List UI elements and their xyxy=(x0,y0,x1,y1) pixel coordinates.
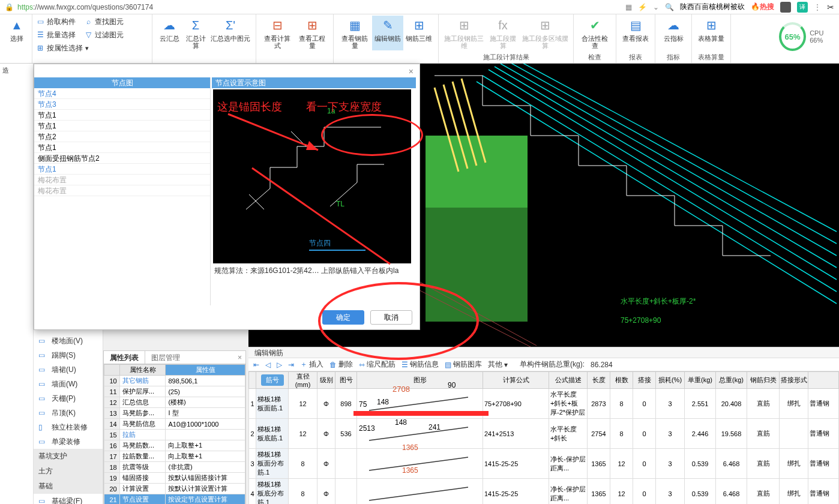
nav-first[interactable]: ⇤ xyxy=(253,361,259,369)
ceiling-icon: ▭ xyxy=(38,394,48,403)
view-rebar-button[interactable]: ▦查看钢筋量 xyxy=(337,16,372,50)
node-row-meihua[interactable]: 梅花布置 xyxy=(34,185,210,196)
delete-button[interactable]: 🗑删除 xyxy=(329,359,353,370)
tree-suspended[interactable]: ▭吊顶(K) xyxy=(34,406,103,420)
node-row[interactable]: 节点1 xyxy=(34,110,210,121)
node-row-twist[interactable]: 侧面受扭钢筋节点2 xyxy=(34,153,210,164)
edit-rebar-button[interactable]: ✎编辑钢筋 xyxy=(372,16,403,50)
close-icon[interactable]: × xyxy=(409,67,413,76)
cloud-sum-button[interactable]: ☁云汇总 xyxy=(156,16,182,50)
fbeam-icon: ▭ xyxy=(38,497,48,504)
tree-floor[interactable]: ▭楼地面(V) xyxy=(34,334,103,348)
prop-row[interactable]: 保护层厚... xyxy=(120,386,166,397)
node-row[interactable]: 节点1 xyxy=(34,142,210,153)
plus-icon: ＋ xyxy=(300,359,307,370)
node-row-4[interactable]: 节点4 xyxy=(34,88,210,99)
sum-calc-button[interactable]: Σ汇总计算 xyxy=(182,16,209,50)
graph-val: 148 xyxy=(395,418,407,427)
node-row[interactable]: 节点2 xyxy=(34,131,210,142)
node-row[interactable]: 节点1 xyxy=(34,164,210,175)
tree-foundation-beam[interactable]: ▭基础梁(F) xyxy=(34,494,103,504)
info-button[interactable]: ☰钢筋信息 xyxy=(401,359,439,370)
batch-select[interactable]: ☰批量选择 xyxy=(36,29,76,41)
total-label: 单构件钢筋总重(kg): xyxy=(520,359,585,370)
tree-wainscot[interactable]: ▭墙裙(U) xyxy=(34,362,103,377)
table-group-label: 表格算量 xyxy=(696,52,727,62)
nav-last[interactable]: ⇥ xyxy=(288,361,294,369)
tree-ceiling[interactable]: ▭天棚(P) xyxy=(34,391,103,406)
prop-row[interactable]: 马凳筋参... xyxy=(120,408,166,419)
translate-icon[interactable]: 译 xyxy=(797,2,808,13)
select-button[interactable]: ▲ 选择 xyxy=(4,16,30,43)
url-rest: ://www.fwxgx.com/questions/3607174 xyxy=(33,3,153,11)
validity-check-button[interactable]: ✔合法性检查 xyxy=(577,16,612,50)
node-row-3[interactable]: 节点3 xyxy=(34,99,210,110)
prop-row[interactable]: 马凳筋数... xyxy=(120,440,166,451)
nav-next[interactable]: ▷ xyxy=(277,361,282,369)
tree-column[interactable]: ▯独立柱装修 xyxy=(34,420,103,434)
insert-button[interactable]: ＋插入 xyxy=(300,359,323,370)
sec-foundation[interactable]: 基础 xyxy=(34,479,103,494)
svg-line-21 xyxy=(228,114,318,150)
bolt-icon[interactable]: ⚡ xyxy=(638,3,647,11)
node-row[interactable]: 节点1 xyxy=(34,121,210,131)
wainscot-icon: ▭ xyxy=(38,365,48,374)
rebar-row[interactable]: 3梯板1梯板面分布筋.18Φ 1415-25-25净长-保护层距离...1365… xyxy=(249,449,839,479)
sec-pit[interactable]: 基坑支护 xyxy=(34,449,103,464)
search-text[interactable]: 陕西百亩核桃树被砍 xyxy=(680,2,745,12)
prop-row[interactable]: 拉筋数量... xyxy=(120,451,166,462)
tab-properties[interactable]: 属性列表 xyxy=(104,351,145,364)
view-qty-button[interactable]: ⊞查看工程量 xyxy=(295,16,329,50)
more-icon[interactable]: ⋮ xyxy=(814,3,821,11)
extension-icon[interactable] xyxy=(780,2,791,13)
scale-button[interactable]: ⇿缩尺配筋 xyxy=(359,359,395,370)
rebar-row[interactable]: 4梯板1梯板底分布筋.18Φ 1415-25-25净长-保护层距离...1365… xyxy=(249,479,839,505)
prop-row[interactable]: 计算设置 xyxy=(120,484,166,494)
cube-icon: ⊞ xyxy=(410,17,427,34)
close-icon[interactable]: × xyxy=(234,351,245,364)
graph-val: 75 xyxy=(359,400,367,409)
graph-val: 148 xyxy=(377,398,389,406)
pick-component[interactable]: ▭拾取构件 xyxy=(36,16,76,28)
edit-icon: ✎ xyxy=(379,17,396,34)
strip-item[interactable]: 造 xyxy=(0,64,33,77)
rebar-row[interactable]: 1梯板1梯板面筋.112Φ898 75+2708+90水平长度+斜长+板厚-2*… xyxy=(249,389,839,419)
select-by-attr[interactable]: ⊞按属性选择 ▾ xyxy=(36,42,89,54)
lib-button[interactable]: ▤钢筋图库 xyxy=(445,359,482,370)
sec-earth[interactable]: 土方 xyxy=(34,464,103,479)
apps-icon[interactable]: ▦ xyxy=(625,3,632,11)
batch-icon: ☰ xyxy=(36,31,44,39)
tree-skirting[interactable]: ▭踢脚(S) xyxy=(34,348,103,362)
tab-layers[interactable]: 图层管理 xyxy=(145,351,186,364)
graph-val: 241 xyxy=(429,423,441,431)
prop-row-selected[interactable]: 节点设置 xyxy=(120,494,166,505)
prop-row[interactable]: 拉筋 xyxy=(120,430,166,440)
cloud-index-button[interactable]: ☁云指标 xyxy=(659,16,688,43)
view-report-button[interactable]: ▤查看报表 xyxy=(620,16,651,43)
nav-prev[interactable]: ◁ xyxy=(265,361,271,369)
rebar-3d-button[interactable]: ⊞钢筋三维 xyxy=(403,16,435,50)
rebar-row[interactable]: 2梯板1梯板底筋.112Φ536 241+2513水平长度+斜长27548032… xyxy=(249,419,839,449)
prop-row[interactable]: 锚固搭接 xyxy=(120,473,166,484)
find-element[interactable]: ⌕查找图元 xyxy=(84,16,124,28)
scissors-icon[interactable]: ✂ xyxy=(827,2,834,12)
node-row-meihua[interactable]: 梅花布置 xyxy=(34,175,210,185)
report-group-label: 报表 xyxy=(620,52,651,62)
filter-element[interactable]: ▽过滤图元 xyxy=(84,29,124,41)
prop-row[interactable]: 汇总信息 xyxy=(120,397,166,408)
tree-wall[interactable]: ▭墙面(W) xyxy=(34,377,103,391)
other-button[interactable]: 其他 ▾ xyxy=(488,359,508,370)
tree-beam[interactable]: ▭单梁装修 xyxy=(34,434,103,449)
prop-row[interactable]: 抗震等级 xyxy=(120,462,166,473)
sum-selected-button[interactable]: Σ'汇总选中图元 xyxy=(209,16,252,50)
view-formula-button[interactable]: ⊟查看计算式 xyxy=(260,16,295,50)
annotation-underline xyxy=(353,411,489,416)
annotation-line xyxy=(246,162,426,282)
table-calc-button[interactable]: ⊞表格算量 xyxy=(696,16,727,43)
chevron-down-icon[interactable]: ⌄ xyxy=(653,3,659,11)
prop-row[interactable]: 其它钢筋 xyxy=(120,376,166,386)
prop-row[interactable]: 马凳筋信息 xyxy=(120,419,166,430)
index-group-label: 指标 xyxy=(659,52,688,62)
col-name-header[interactable]: 筋号 xyxy=(261,374,284,386)
check-icon: ✔ xyxy=(586,17,603,34)
